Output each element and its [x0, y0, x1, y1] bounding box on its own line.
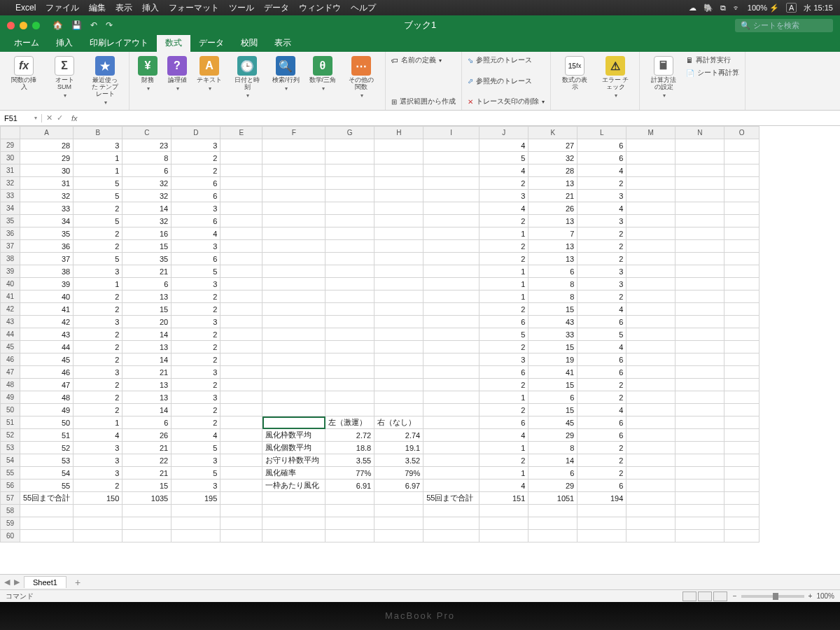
cell-D36[interactable]: 4 — [172, 227, 220, 240]
cell-O41[interactable] — [724, 290, 760, 303]
cell-G41[interactable] — [326, 290, 374, 303]
cell-O45[interactable] — [724, 341, 760, 354]
cell-M60[interactable] — [626, 530, 676, 542]
cell-H30[interactable] — [374, 152, 424, 164]
cell-I52[interactable] — [424, 429, 479, 442]
cell-I31[interactable] — [424, 164, 479, 177]
cell-I29[interactable] — [424, 139, 479, 152]
cell-B45[interactable]: 2 — [74, 341, 122, 354]
cell-J55[interactable]: 1 — [479, 467, 528, 479]
cell-H46[interactable] — [374, 354, 424, 366]
cell-G29[interactable] — [326, 139, 374, 152]
cell-E53[interactable] — [220, 442, 262, 454]
row-header-43[interactable]: 43 — [1, 316, 20, 328]
cell-I40[interactable] — [424, 278, 479, 290]
cell-C44[interactable]: 14 — [122, 328, 172, 341]
col-header-D[interactable]: D — [172, 127, 220, 139]
cell-O35[interactable] — [724, 215, 760, 227]
cell-M52[interactable] — [626, 429, 676, 442]
cell-G54[interactable]: 3.55 — [326, 454, 374, 467]
cell-D34[interactable]: 3 — [172, 202, 220, 215]
cell-H48[interactable] — [374, 379, 424, 391]
recent-functions-button[interactable]: ★最近使った テンプレート — [87, 55, 123, 107]
cell-B58[interactable] — [74, 505, 122, 517]
cell-A30[interactable]: 29 — [20, 152, 74, 164]
row-header-52[interactable]: 52 — [1, 429, 20, 442]
cell-M38[interactable] — [626, 253, 676, 265]
cell-N38[interactable] — [676, 253, 724, 265]
col-header-F[interactable]: F — [262, 127, 326, 139]
cell-N37[interactable] — [676, 240, 724, 253]
tab-home[interactable]: ホーム — [6, 34, 48, 52]
cell-C50[interactable]: 14 — [122, 404, 172, 416]
cell-L33[interactable]: 3 — [578, 190, 626, 202]
cell-L34[interactable]: 4 — [578, 202, 626, 215]
cell-I58[interactable] — [424, 505, 479, 517]
cell-A29[interactable]: 28 — [20, 139, 74, 152]
cell-M42[interactable] — [626, 303, 676, 316]
cell-I53[interactable] — [424, 442, 479, 454]
cell-G58[interactable] — [326, 505, 374, 517]
cell-I49[interactable] — [424, 391, 479, 404]
cell-L41[interactable]: 2 — [578, 290, 626, 303]
cell-C57[interactable]: 1035 — [122, 492, 172, 505]
row-header-36[interactable]: 36 — [1, 227, 20, 240]
cell-C34[interactable]: 14 — [122, 202, 172, 215]
cell-H41[interactable] — [374, 290, 424, 303]
cell-E51[interactable] — [220, 416, 262, 429]
text-button[interactable]: Aテキスト — [194, 55, 225, 93]
cell-C49[interactable]: 13 — [122, 391, 172, 404]
row-header-32[interactable]: 32 — [1, 177, 20, 190]
calc-options-button[interactable]: 🖩計算方法の設定 — [645, 55, 682, 100]
cell-I43[interactable] — [424, 316, 479, 328]
cell-J50[interactable]: 2 — [479, 404, 528, 416]
cell-O47[interactable] — [724, 366, 760, 379]
cell-N49[interactable] — [676, 391, 724, 404]
qat-redo-icon[interactable]: ↷ — [106, 20, 113, 30]
tab-pagelayout[interactable]: 印刷レイアウト — [81, 34, 157, 52]
more-functions-button[interactable]: ⋯その他の関数 — [343, 55, 379, 100]
cancel-formula-icon[interactable]: ✕ — [46, 113, 52, 122]
cell-H49[interactable] — [374, 391, 424, 404]
cell-E57[interactable] — [220, 492, 262, 505]
cell-I34[interactable] — [424, 202, 479, 215]
cell-F45[interactable] — [262, 341, 326, 354]
tab-insert[interactable]: 挿入 — [48, 34, 81, 52]
cell-N46[interactable] — [676, 354, 724, 366]
zoom-in-button[interactable]: + — [808, 592, 813, 600]
enter-formula-icon[interactable]: ✓ — [57, 113, 63, 122]
cell-A55[interactable]: 54 — [20, 467, 74, 479]
battery-status[interactable]: 100% ⚡ — [748, 4, 779, 13]
cell-J40[interactable]: 1 — [479, 278, 528, 290]
cell-H38[interactable] — [374, 253, 424, 265]
cell-M51[interactable] — [626, 416, 676, 429]
col-header-B[interactable]: B — [74, 127, 122, 139]
cell-K34[interactable]: 26 — [528, 202, 578, 215]
cell-A35[interactable]: 34 — [20, 215, 74, 227]
cell-K42[interactable]: 15 — [528, 303, 578, 316]
col-header-K[interactable]: K — [528, 127, 578, 139]
sheet-tab[interactable]: Sheet1 — [24, 576, 66, 588]
cell-G39[interactable] — [326, 265, 374, 278]
col-header-N[interactable]: N — [676, 127, 724, 139]
cell-J38[interactable]: 2 — [479, 253, 528, 265]
cell-K38[interactable]: 13 — [528, 253, 578, 265]
cell-N50[interactable] — [676, 404, 724, 416]
cell-L37[interactable]: 2 — [578, 240, 626, 253]
cell-I35[interactable] — [424, 215, 479, 227]
cell-I57[interactable]: 55回まで合計 — [424, 492, 479, 505]
cell-G53[interactable]: 18.8 — [326, 442, 374, 454]
row-header-57[interactable]: 57 — [1, 492, 20, 505]
cell-J39[interactable]: 1 — [479, 265, 528, 278]
cell-J43[interactable]: 6 — [479, 316, 528, 328]
cell-D55[interactable]: 5 — [172, 467, 220, 479]
cell-J44[interactable]: 5 — [479, 328, 528, 341]
cell-J36[interactable]: 1 — [479, 227, 528, 240]
cell-N47[interactable] — [676, 366, 724, 379]
row-header-54[interactable]: 54 — [1, 454, 20, 467]
cell-C43[interactable]: 20 — [122, 316, 172, 328]
cell-N54[interactable] — [676, 454, 724, 467]
row-header-39[interactable]: 39 — [1, 265, 20, 278]
cell-K31[interactable]: 28 — [528, 164, 578, 177]
cell-F35[interactable] — [262, 215, 326, 227]
